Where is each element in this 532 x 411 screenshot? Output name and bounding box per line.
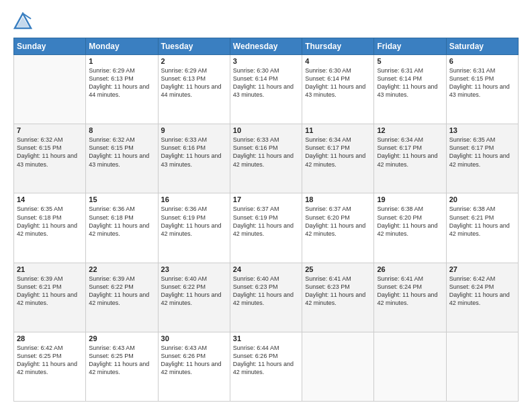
weekday-header-monday: Monday: [86, 38, 158, 55]
day-info: Sunrise: 6:35 AM Sunset: 6:17 PM Dayligh…: [449, 136, 515, 169]
day-info: Sunrise: 6:34 AM Sunset: 6:17 PM Dayligh…: [377, 136, 443, 169]
day-info: Sunrise: 6:30 AM Sunset: 6:14 PM Dayligh…: [305, 66, 371, 99]
day-number: 20: [449, 195, 515, 203]
day-info: Sunrise: 6:29 AM Sunset: 6:13 PM Dayligh…: [89, 66, 154, 99]
day-number: 10: [233, 126, 299, 134]
calendar-cell: 15Sunrise: 6:36 AM Sunset: 6:18 PM Dayli…: [86, 193, 158, 263]
calendar-cell: 12Sunrise: 6:34 AM Sunset: 6:17 PM Dayli…: [374, 124, 446, 193]
header: [13, 12, 519, 31]
day-info: Sunrise: 6:39 AM Sunset: 6:22 PM Dayligh…: [89, 275, 154, 308]
day-info: Sunrise: 6:43 AM Sunset: 6:25 PM Dayligh…: [89, 344, 154, 377]
day-number: 14: [17, 195, 83, 203]
day-number: 17: [233, 195, 299, 203]
day-info: Sunrise: 6:36 AM Sunset: 6:19 PM Dayligh…: [161, 205, 227, 238]
calendar-cell: 31Sunrise: 6:44 AM Sunset: 6:26 PM Dayli…: [230, 332, 302, 401]
day-info: Sunrise: 6:37 AM Sunset: 6:19 PM Dayligh…: [233, 205, 299, 238]
week-row-4: 21Sunrise: 6:39 AM Sunset: 6:21 PM Dayli…: [14, 263, 519, 332]
calendar-cell: 3Sunrise: 6:30 AM Sunset: 6:14 PM Daylig…: [230, 55, 302, 124]
calendar-cell: 30Sunrise: 6:43 AM Sunset: 6:26 PM Dayli…: [158, 332, 230, 401]
day-info: Sunrise: 6:29 AM Sunset: 6:13 PM Dayligh…: [161, 66, 227, 99]
calendar-table: SundayMondayTuesdayWednesdayThursdayFrid…: [13, 38, 519, 402]
weekday-header-wednesday: Wednesday: [230, 38, 302, 55]
calendar-cell: 10Sunrise: 6:33 AM Sunset: 6:16 PM Dayli…: [230, 124, 302, 193]
day-info: Sunrise: 6:33 AM Sunset: 6:16 PM Dayligh…: [161, 136, 227, 169]
day-info: Sunrise: 6:32 AM Sunset: 6:15 PM Dayligh…: [89, 136, 154, 169]
day-number: 6: [449, 57, 515, 65]
calendar-cell: 11Sunrise: 6:34 AM Sunset: 6:17 PM Dayli…: [302, 124, 374, 193]
day-info: Sunrise: 6:43 AM Sunset: 6:26 PM Dayligh…: [161, 344, 227, 377]
day-info: Sunrise: 6:34 AM Sunset: 6:17 PM Dayligh…: [305, 136, 371, 169]
day-number: 21: [17, 265, 83, 273]
day-info: Sunrise: 6:32 AM Sunset: 6:15 PM Dayligh…: [17, 136, 83, 169]
day-number: 25: [305, 265, 371, 273]
day-number: 15: [89, 195, 154, 203]
day-number: 30: [161, 334, 227, 342]
week-row-1: 1Sunrise: 6:29 AM Sunset: 6:13 PM Daylig…: [14, 55, 519, 124]
weekday-header-tuesday: Tuesday: [158, 38, 230, 55]
calendar-cell: 19Sunrise: 6:38 AM Sunset: 6:20 PM Dayli…: [374, 193, 446, 263]
week-row-3: 14Sunrise: 6:35 AM Sunset: 6:18 PM Dayli…: [14, 193, 519, 263]
day-number: 13: [449, 126, 515, 134]
day-number: 19: [377, 195, 443, 203]
calendar-cell: 25Sunrise: 6:41 AM Sunset: 6:23 PM Dayli…: [302, 263, 374, 332]
calendar-cell: 26Sunrise: 6:41 AM Sunset: 6:24 PM Dayli…: [374, 263, 446, 332]
calendar-cell: 4Sunrise: 6:30 AM Sunset: 6:14 PM Daylig…: [302, 55, 374, 124]
calendar-cell: 1Sunrise: 6:29 AM Sunset: 6:13 PM Daylig…: [86, 55, 158, 124]
day-number: 7: [17, 126, 83, 134]
calendar-cell: 14Sunrise: 6:35 AM Sunset: 6:18 PM Dayli…: [14, 193, 86, 263]
day-number: 5: [377, 57, 443, 65]
calendar-cell: 18Sunrise: 6:37 AM Sunset: 6:20 PM Dayli…: [302, 193, 374, 263]
day-number: 9: [161, 126, 227, 134]
page: SundayMondayTuesdayWednesdayThursdayFrid…: [0, 0, 532, 411]
day-info: Sunrise: 6:40 AM Sunset: 6:22 PM Dayligh…: [161, 275, 227, 308]
calendar-cell: 7Sunrise: 6:32 AM Sunset: 6:15 PM Daylig…: [14, 124, 86, 193]
day-info: Sunrise: 6:33 AM Sunset: 6:16 PM Dayligh…: [233, 136, 299, 169]
day-number: 28: [17, 334, 83, 342]
calendar-cell: 5Sunrise: 6:31 AM Sunset: 6:14 PM Daylig…: [374, 55, 446, 124]
day-info: Sunrise: 6:41 AM Sunset: 6:24 PM Dayligh…: [377, 275, 443, 308]
day-number: 12: [377, 126, 443, 134]
day-number: 3: [233, 57, 299, 65]
logo: [13, 12, 35, 31]
day-number: 31: [233, 334, 299, 342]
calendar-cell: [14, 55, 86, 124]
weekday-header-sunday: Sunday: [14, 38, 86, 55]
calendar-cell: 2Sunrise: 6:29 AM Sunset: 6:13 PM Daylig…: [158, 55, 230, 124]
day-info: Sunrise: 6:30 AM Sunset: 6:14 PM Dayligh…: [233, 66, 299, 99]
day-info: Sunrise: 6:31 AM Sunset: 6:14 PM Dayligh…: [377, 66, 443, 99]
day-info: Sunrise: 6:38 AM Sunset: 6:21 PM Dayligh…: [449, 205, 515, 238]
day-number: 1: [89, 57, 154, 65]
weekday-header-friday: Friday: [374, 38, 446, 55]
day-info: Sunrise: 6:39 AM Sunset: 6:21 PM Dayligh…: [17, 275, 83, 308]
day-info: Sunrise: 6:36 AM Sunset: 6:18 PM Dayligh…: [89, 205, 154, 238]
week-row-5: 28Sunrise: 6:42 AM Sunset: 6:25 PM Dayli…: [14, 332, 519, 401]
day-number: 11: [305, 126, 371, 134]
calendar-cell: 22Sunrise: 6:39 AM Sunset: 6:22 PM Dayli…: [86, 263, 158, 332]
day-info: Sunrise: 6:41 AM Sunset: 6:23 PM Dayligh…: [305, 275, 371, 308]
day-number: 2: [161, 57, 227, 65]
weekday-header-thursday: Thursday: [302, 38, 374, 55]
calendar-cell: 13Sunrise: 6:35 AM Sunset: 6:17 PM Dayli…: [446, 124, 518, 193]
calendar-cell: 6Sunrise: 6:31 AM Sunset: 6:15 PM Daylig…: [446, 55, 518, 124]
calendar-cell: 29Sunrise: 6:43 AM Sunset: 6:25 PM Dayli…: [86, 332, 158, 401]
calendar-cell: 16Sunrise: 6:36 AM Sunset: 6:19 PM Dayli…: [158, 193, 230, 263]
calendar-cell: [374, 332, 446, 401]
weekday-header-saturday: Saturday: [446, 38, 518, 55]
calendar-cell: 17Sunrise: 6:37 AM Sunset: 6:19 PM Dayli…: [230, 193, 302, 263]
calendar-cell: 27Sunrise: 6:42 AM Sunset: 6:24 PM Dayli…: [446, 263, 518, 332]
calendar-cell: 24Sunrise: 6:40 AM Sunset: 6:23 PM Dayli…: [230, 263, 302, 332]
day-info: Sunrise: 6:31 AM Sunset: 6:15 PM Dayligh…: [449, 66, 515, 99]
day-info: Sunrise: 6:35 AM Sunset: 6:18 PM Dayligh…: [17, 205, 83, 238]
calendar-cell: 8Sunrise: 6:32 AM Sunset: 6:15 PM Daylig…: [86, 124, 158, 193]
day-number: 16: [161, 195, 227, 203]
day-number: 29: [89, 334, 154, 342]
calendar-cell: 21Sunrise: 6:39 AM Sunset: 6:21 PM Dayli…: [14, 263, 86, 332]
day-info: Sunrise: 6:37 AM Sunset: 6:20 PM Dayligh…: [305, 205, 371, 238]
day-info: Sunrise: 6:40 AM Sunset: 6:23 PM Dayligh…: [233, 275, 299, 308]
day-info: Sunrise: 6:44 AM Sunset: 6:26 PM Dayligh…: [233, 344, 299, 377]
day-number: 4: [305, 57, 371, 65]
day-number: 8: [89, 126, 154, 134]
day-number: 27: [449, 265, 515, 273]
day-number: 22: [89, 265, 154, 273]
calendar-cell: 28Sunrise: 6:42 AM Sunset: 6:25 PM Dayli…: [14, 332, 86, 401]
